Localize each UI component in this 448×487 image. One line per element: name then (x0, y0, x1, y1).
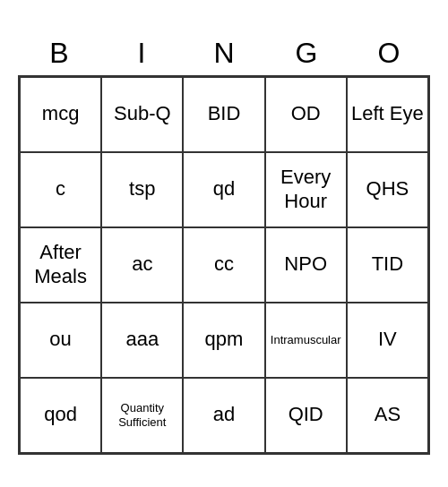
grid-cell-r4-c3: QID (265, 378, 347, 453)
header-letter-i: I (100, 33, 183, 73)
grid-cell-r1-c4: QHS (347, 152, 428, 227)
grid-cell-r1-c1: tsp (101, 152, 183, 227)
grid-cell-r4-c1: Quantity Sufficient (101, 378, 183, 453)
grid-cell-r2-c2: cc (183, 227, 264, 303)
grid-cell-r3-c2: qpm (183, 303, 264, 378)
grid-cell-r0-c4: Left Eye (347, 77, 428, 152)
bingo-header: BINGO (18, 33, 430, 73)
grid-cell-r1-c0: c (20, 152, 101, 227)
grid-cell-r3-c0: ou (20, 303, 101, 378)
grid-cell-r2-c0: After Meals (20, 227, 101, 303)
grid-cell-r3-c3: Intramuscular (265, 303, 347, 378)
grid-cell-r2-c3: NPO (265, 227, 347, 303)
grid-cell-r4-c2: ad (183, 378, 264, 453)
header-letter-n: N (183, 33, 265, 73)
grid-cell-r3-c4: IV (347, 303, 428, 378)
bingo-grid: mcgSub-QBIDODLeft EyectspqdEvery HourQHS… (18, 75, 430, 455)
header-letter-g: G (265, 33, 348, 73)
grid-cell-r2-c4: TID (347, 227, 428, 303)
bingo-card: BINGO mcgSub-QBIDODLeft EyectspqdEvery H… (18, 33, 430, 455)
grid-cell-r0-c2: BID (183, 77, 264, 152)
grid-cell-r4-c4: AS (347, 378, 428, 453)
grid-cell-r0-c3: OD (265, 77, 347, 152)
grid-cell-r4-c0: qod (20, 378, 101, 453)
header-letter-b: B (18, 33, 100, 73)
grid-cell-r1-c2: qd (183, 152, 264, 227)
grid-cell-r0-c0: mcg (20, 77, 101, 152)
grid-cell-r3-c1: aaa (101, 303, 183, 378)
grid-cell-r0-c1: Sub-Q (101, 77, 183, 152)
grid-cell-r2-c1: ac (101, 227, 183, 303)
header-letter-o: O (348, 33, 430, 73)
grid-cell-r1-c3: Every Hour (265, 152, 347, 227)
